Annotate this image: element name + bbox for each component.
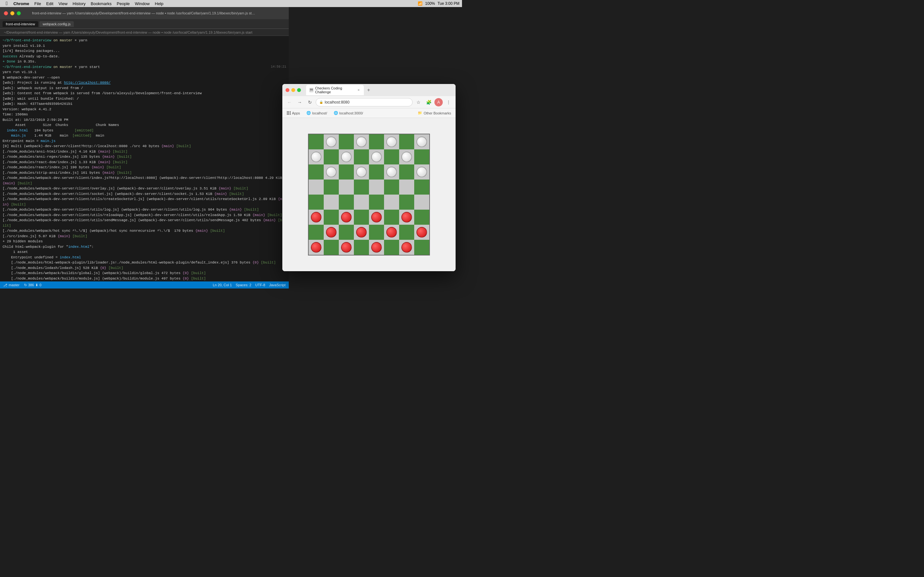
board-cell-4-5[interactable]	[384, 195, 399, 210]
board-cell-4-0[interactable]	[309, 195, 324, 210]
red-piece[interactable]	[371, 242, 382, 253]
board-cell-2-7[interactable]	[414, 164, 429, 179]
tab-close-button[interactable]: ✕	[357, 88, 360, 92]
board-cell-2-3[interactable]	[354, 164, 369, 179]
white-piece[interactable]	[386, 167, 397, 177]
history-menu[interactable]: History	[70, 0, 88, 7]
board-cell-0-4[interactable]	[369, 134, 384, 149]
board-cell-3-3[interactable]	[354, 179, 369, 195]
board-cell-4-2[interactable]	[339, 195, 354, 210]
red-piece[interactable]	[356, 227, 367, 237]
board-cell-3-6[interactable]	[399, 179, 414, 195]
wifi-icon[interactable]: 📶	[418, 1, 423, 6]
board-cell-6-3[interactable]	[354, 225, 369, 240]
board-cell-0-0[interactable]	[309, 134, 324, 149]
back-button[interactable]: ←	[285, 98, 294, 107]
white-piece[interactable]	[311, 152, 321, 162]
board-cell-1-3[interactable]	[354, 149, 369, 164]
apps-bookmark[interactable]: Apps	[285, 111, 302, 116]
red-piece[interactable]	[311, 242, 321, 253]
board-cell-3-0[interactable]	[309, 179, 324, 195]
board-cell-6-6[interactable]	[399, 225, 414, 240]
board-cell-5-0[interactable]	[309, 210, 324, 225]
bookmark-star[interactable]: ☆	[414, 98, 423, 107]
white-piece[interactable]	[341, 152, 352, 162]
red-piece[interactable]	[311, 212, 321, 222]
white-piece[interactable]	[371, 152, 382, 162]
menu-button[interactable]: ⋮	[444, 98, 453, 107]
board-cell-3-7[interactable]	[414, 179, 429, 195]
white-piece[interactable]	[417, 167, 427, 177]
localhost3000-bookmark[interactable]: 🌐 localhost:3000/	[332, 110, 365, 116]
white-piece[interactable]	[356, 167, 367, 177]
view-menu[interactable]: View	[56, 0, 70, 7]
refresh-button[interactable]: ↻	[305, 98, 314, 107]
board-cell-7-7[interactable]	[414, 240, 429, 255]
board-cell-4-4[interactable]	[369, 195, 384, 210]
board-cell-0-2[interactable]	[339, 134, 354, 149]
white-piece[interactable]	[356, 137, 367, 147]
file-menu[interactable]: File	[32, 0, 44, 7]
red-piece[interactable]	[341, 212, 352, 222]
board-cell-7-0[interactable]	[309, 240, 324, 255]
red-piece[interactable]	[401, 212, 412, 222]
board-cell-3-1[interactable]	[324, 179, 339, 195]
terminal-tab-0[interactable]: front-end-interview	[3, 21, 38, 27]
extension-icon[interactable]: 🧩	[424, 98, 433, 107]
board-cell-4-6[interactable]	[399, 195, 414, 210]
board-cell-5-1[interactable]	[324, 210, 339, 225]
white-piece[interactable]	[401, 152, 412, 162]
board-cell-1-2[interactable]	[339, 149, 354, 164]
board-cell-6-7[interactable]	[414, 225, 429, 240]
board-cell-4-7[interactable]	[414, 195, 429, 210]
board-cell-6-0[interactable]	[309, 225, 324, 240]
board-cell-2-2[interactable]	[339, 164, 354, 179]
board-cell-5-5[interactable]	[384, 210, 399, 225]
board-cell-0-7[interactable]	[414, 134, 429, 149]
board-cell-6-4[interactable]	[369, 225, 384, 240]
board-cell-6-1[interactable]	[324, 225, 339, 240]
board-cell-7-1[interactable]	[324, 240, 339, 255]
red-piece[interactable]	[386, 227, 397, 237]
terminal-body[interactable]: ~/D/front-end-interview on master × yarn…	[0, 36, 289, 282]
people-menu[interactable]: People	[114, 0, 132, 7]
red-piece[interactable]	[371, 212, 382, 222]
terminal-tab-1[interactable]: webpack.config.js	[39, 21, 74, 27]
board-cell-6-5[interactable]	[384, 225, 399, 240]
browser-close-button[interactable]	[286, 88, 289, 92]
edit-menu[interactable]: Edit	[44, 0, 56, 7]
board-cell-0-1[interactable]	[324, 134, 339, 149]
board-cell-3-4[interactable]	[369, 179, 384, 195]
git-branch[interactable]: ⎇ master	[3, 283, 19, 287]
other-bookmarks[interactable]: 📁 Other Bookmarks	[416, 110, 453, 116]
profile-button[interactable]: A	[435, 98, 443, 106]
window-menu[interactable]: Window	[132, 0, 152, 7]
board-cell-0-5[interactable]	[384, 134, 399, 149]
board-cell-0-6[interactable]	[399, 134, 414, 149]
board-cell-7-5[interactable]	[384, 240, 399, 255]
chrome-menu[interactable]: Chrome	[11, 0, 32, 7]
board-cell-1-6[interactable]	[399, 149, 414, 164]
board-cell-1-7[interactable]	[414, 149, 429, 164]
board-cell-7-3[interactable]	[354, 240, 369, 255]
red-piece[interactable]	[326, 227, 336, 237]
board-cell-2-0[interactable]	[309, 164, 324, 179]
board-cell-3-5[interactable]	[384, 179, 399, 195]
red-piece[interactable]	[401, 242, 412, 253]
board-cell-7-2[interactable]	[339, 240, 354, 255]
board-cell-5-2[interactable]	[339, 210, 354, 225]
board-cell-3-2[interactable]	[339, 179, 354, 195]
board-cell-0-3[interactable]	[354, 134, 369, 149]
apple-menu[interactable]: 	[3, 0, 11, 7]
board-cell-5-7[interactable]	[414, 210, 429, 225]
bookmarks-menu[interactable]: Bookmarks	[88, 0, 114, 7]
board-cell-1-5[interactable]	[384, 149, 399, 164]
board-cell-5-3[interactable]	[354, 210, 369, 225]
browser-minimize-button[interactable]	[291, 88, 295, 92]
new-tab-button[interactable]: +	[365, 87, 372, 93]
board-cell-5-6[interactable]	[399, 210, 414, 225]
address-bar[interactable]: 🔒 localhost:8080	[316, 98, 413, 106]
board-cell-6-2[interactable]	[339, 225, 354, 240]
board-cell-1-4[interactable]	[369, 149, 384, 164]
browser-active-tab[interactable]: 🏁 Checkers Coding Challenge ✕	[306, 85, 364, 95]
